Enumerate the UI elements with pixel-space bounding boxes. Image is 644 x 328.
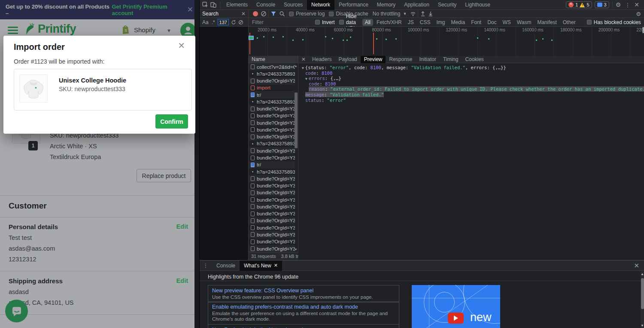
drawer-tab-whats-new[interactable]: What's New ✕ — [240, 261, 282, 271]
network-settings-gear-icon[interactable]: ⚙ — [636, 11, 644, 17]
request-row[interactable]: bundle?OrgId=Y347 — [249, 77, 295, 85]
tab-performance[interactable]: Performance — [334, 0, 373, 10]
settings-gear-icon[interactable]: ⚙ — [616, 1, 621, 8]
json-line[interactable]: code: 8100 — [298, 71, 332, 76]
search-pane-close-icon[interactable]: ✕ — [241, 11, 246, 17]
chip-manifest[interactable]: Manifest — [535, 19, 559, 26]
search-icon[interactable] — [279, 11, 285, 17]
request-row[interactable]: bundle?OrgId=Y347 — [249, 217, 295, 224]
inspect-icon[interactable] — [202, 2, 208, 8]
json-line[interactable]: ▼{status: "error", code: 8100, message: … — [298, 65, 506, 71]
detail-tab-initiator[interactable]: Initiator — [416, 56, 440, 63]
request-row[interactable]: bundle?OrgId=Y347 — [249, 196, 295, 203]
card-title-link[interactable]: Enable emulating prefers-contrast media … — [212, 304, 395, 310]
scroll-down-icon[interactable]: ▼ — [641, 324, 644, 328]
hide-data-urls-checkbox[interactable] — [339, 20, 344, 25]
request-row[interactable]: bundle?OrgId=Y347 — [249, 245, 295, 252]
request-row[interactable]: bundle?OrgId=Y347 — [249, 238, 295, 245]
record-button[interactable] — [253, 11, 258, 16]
overview-selection[interactable] — [249, 36, 254, 40]
chip-js[interactable]: JS — [405, 19, 416, 26]
chip-wasm[interactable]: Wasm — [514, 19, 534, 26]
search-query-input[interactable]: 137 — [218, 19, 229, 25]
preserve-log-checkbox[interactable] — [289, 12, 294, 16]
json-line[interactable]: reason: "external_order_id: Failed to im… — [298, 86, 644, 92]
chip-ws[interactable]: WS — [500, 19, 513, 26]
detail-tab-response[interactable]: Response — [386, 56, 416, 63]
confirm-button[interactable]: Confirm — [155, 114, 188, 129]
request-row[interactable]: bundle?OrgId=Y347 — [249, 182, 295, 190]
scroll-up-icon[interactable]: ▲ — [641, 272, 644, 276]
drawer-scrollbar[interactable]: ▲ ▼ — [641, 271, 644, 328]
chip-fetch-xhr[interactable]: Fetch/XHR — [374, 19, 404, 26]
detail-tab-payload[interactable]: Payload — [335, 56, 360, 63]
refresh-icon[interactable] — [231, 20, 236, 25]
expand-arrow-icon[interactable]: ▼ — [302, 66, 304, 70]
invert-checkbox[interactable] — [315, 20, 320, 25]
drawer-menu-icon[interactable]: ⋮ — [200, 263, 212, 269]
chip-other[interactable]: Other — [560, 19, 578, 26]
console-issues-badge[interactable]: × 1 ! 5 — [566, 1, 592, 8]
request-row[interactable]: bundle?OrgId=Y347 — [249, 231, 295, 238]
tab-lighthouse[interactable]: Lighthouse — [461, 0, 495, 10]
drawer-tab-console[interactable]: Console — [212, 261, 240, 271]
request-row[interactable]: bundle?OrgId=Y347 — [249, 224, 295, 231]
card-title-link[interactable]: New preview feature: CSS Overview panel — [212, 288, 395, 294]
request-row[interactable]: collect?v=2&tid=G- — [249, 63, 295, 71]
video-thumbnail[interactable]: new — [412, 285, 500, 328]
json-line[interactable]: ▼errors: {,…} — [298, 76, 341, 81]
request-row[interactable]: bundle?OrgId=Y347 — [249, 154, 295, 162]
has-blocked-cookies-checkbox[interactable] — [587, 20, 592, 25]
whats-new-close-icon[interactable]: ✕ — [274, 263, 278, 268]
json-line[interactable]: code: 8100 — [298, 81, 336, 87]
throttling-select[interactable]: No throttling — [373, 11, 401, 17]
tab-application[interactable]: Application — [400, 0, 434, 10]
request-list-scrollbar[interactable]: ▲ ▼ — [294, 63, 298, 252]
request-row[interactable]: import — [249, 84, 295, 92]
request-row[interactable]: bundle?OrgId=Y347 — [249, 203, 295, 210]
chip-media[interactable]: Media — [448, 19, 468, 26]
kebab-menu-icon[interactable]: ⋮ — [621, 2, 634, 8]
request-row[interactable]: bundle?OrgId=Y347 — [249, 133, 295, 141]
json-line[interactable]: status: "error" — [298, 98, 346, 103]
request-row[interactable]: bundle?OrgId=Y347 — [249, 175, 295, 182]
request-row[interactable]: tr/ — [249, 91, 295, 98]
chip-all[interactable]: All — [362, 19, 373, 26]
tab-network[interactable]: Network — [307, 0, 334, 10]
tab-security[interactable]: Security — [434, 0, 461, 10]
request-row[interactable]: h?a=2463375893&u — [249, 140, 295, 147]
detail-close-icon[interactable]: ✕ — [298, 56, 309, 62]
scroll-down-icon[interactable]: ▼ — [294, 248, 298, 251]
messages-badge[interactable]: 3 — [595, 1, 609, 8]
chip-img[interactable]: Img — [434, 19, 447, 26]
disable-cache-checkbox[interactable] — [329, 12, 334, 16]
network-conditions-icon[interactable] — [410, 11, 416, 17]
request-row[interactable]: bundle?OrgId=Y347 — [249, 105, 295, 113]
request-row[interactable]: tr/ — [249, 161, 295, 169]
request-row[interactable]: h?a=2463375893&u — [249, 70, 295, 77]
detail-tab-preview[interactable]: Preview — [361, 56, 386, 63]
device-toolbar-icon[interactable] — [210, 2, 216, 8]
match-case-toggle[interactable]: Aa — [202, 19, 209, 25]
detail-tab-headers[interactable]: Headers — [309, 56, 335, 63]
export-har-icon[interactable] — [428, 11, 434, 17]
name-column-header[interactable]: Name — [249, 56, 298, 63]
scrollbar-thumb[interactable] — [295, 92, 298, 148]
drawer-close-icon[interactable]: ✕ — [629, 262, 644, 270]
request-row[interactable]: bundle?OrgId=Y347 — [249, 189, 295, 196]
tab-console[interactable]: Console — [252, 0, 279, 10]
chip-font[interactable]: Font — [468, 19, 484, 26]
detail-tab-cookies[interactable]: Cookies — [462, 56, 487, 63]
clear-search-icon[interactable] — [238, 20, 243, 25]
devtools-close-icon[interactable]: ✕ — [634, 1, 643, 8]
request-row[interactable]: bundle?OrgId=Y347 — [249, 210, 295, 218]
detail-tab-timing[interactable]: Timing — [440, 56, 462, 63]
json-line[interactable]: message: "Validation failed." — [298, 92, 384, 98]
chip-doc[interactable]: Doc — [485, 19, 499, 26]
request-row[interactable]: bundle?OrgId=Y347 — [249, 147, 295, 154]
request-row[interactable]: bundle?OrgId=Y347 — [249, 126, 295, 133]
network-overview[interactable] — [249, 27, 644, 56]
request-row[interactable]: bundle?OrgId=Y347 — [249, 119, 295, 126]
tab-elements[interactable]: Elements — [222, 0, 252, 10]
expand-arrow-icon[interactable]: ▼ — [305, 77, 307, 81]
